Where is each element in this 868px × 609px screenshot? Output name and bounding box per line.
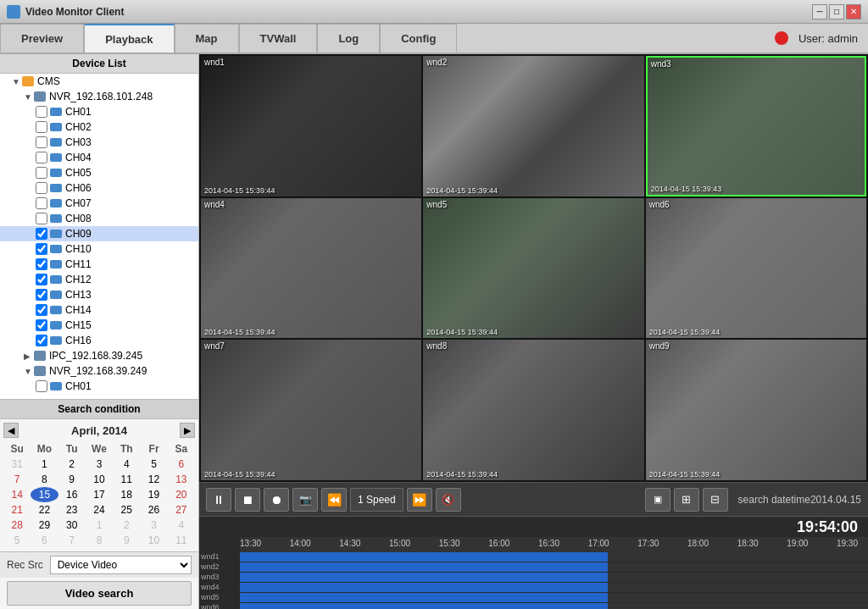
cal-day[interactable]: 1: [31, 457, 58, 472]
cal-day[interactable]: 11: [113, 472, 140, 487]
layout9-button[interactable]: ⊟: [703, 488, 728, 512]
audio-button[interactable]: 🔇: [436, 488, 461, 512]
snapshot-button[interactable]: 📷: [292, 488, 318, 512]
timeline-track-wnd3[interactable]: wnd3: [199, 573, 868, 582]
cal-day[interactable]: 5: [3, 533, 31, 548]
cal-day[interactable]: 10: [140, 533, 167, 548]
tree-item-ch09[interactable]: CH09: [0, 226, 198, 241]
video-cell-6[interactable]: wnd6 2014-04-15 15:39:44: [646, 198, 866, 339]
tree-item-ch03[interactable]: CH03: [0, 135, 198, 150]
nvr2-ch01-checkbox[interactable]: [36, 380, 47, 392]
timeline-track-wnd1[interactable]: wnd1: [199, 552, 868, 562]
layout1-button[interactable]: ▣: [645, 488, 670, 512]
cal-day[interactable]: 17: [86, 487, 113, 502]
tree-item-ch15[interactable]: CH15: [0, 318, 198, 333]
ch09-checkbox[interactable]: [36, 228, 47, 240]
video-cell-3[interactable]: wnd3 2014-04-15 15:39:43: [646, 56, 866, 197]
cal-day[interactable]: 7: [58, 533, 86, 548]
rewind-button[interactable]: ⏪: [321, 488, 347, 512]
tab-preview[interactable]: Preview: [0, 24, 84, 53]
cal-day[interactable]: 25: [113, 502, 140, 518]
calendar-prev-button[interactable]: ◀: [3, 423, 19, 438]
timeline-track-wnd5[interactable]: wnd5: [199, 593, 868, 602]
cal-day[interactable]: 21: [3, 502, 31, 518]
tree-item-ch05[interactable]: CH05: [0, 165, 198, 180]
cal-day[interactable]: 7: [3, 472, 31, 487]
video-cell-9[interactable]: wnd9 2014-04-15 15:39:44: [646, 340, 866, 480]
timeline-tracks[interactable]: wnd1wnd2wnd3wnd4wnd5wnd6wnd7wnd8: [199, 552, 868, 609]
tree-item-nvr2-ch01[interactable]: CH01: [0, 379, 198, 394]
cal-day[interactable]: 8: [86, 533, 113, 548]
timeline-track-wnd6[interactable]: wnd6: [199, 603, 868, 609]
tree-item-ch04[interactable]: CH04: [0, 150, 198, 165]
cal-day[interactable]: 14: [3, 487, 31, 502]
cal-day[interactable]: 9: [58, 472, 86, 487]
timeline-wrapper[interactable]: 13:3014:0014:3015:0015:3016:0016:3017:00…: [199, 537, 868, 609]
cal-day[interactable]: 3: [140, 518, 167, 533]
cal-day[interactable]: 12: [140, 472, 167, 487]
cal-day[interactable]: 11: [168, 533, 195, 548]
ch10-checkbox[interactable]: [36, 243, 47, 255]
ch11-checkbox[interactable]: [36, 258, 47, 270]
ch07-checkbox[interactable]: [36, 197, 47, 209]
cal-day[interactable]: 30: [58, 518, 86, 533]
video-cell-8[interactable]: wnd8 2014-04-15 15:39:44: [423, 340, 643, 480]
stop-button[interactable]: ⏹: [235, 488, 260, 512]
cal-day[interactable]: 9: [113, 533, 140, 548]
tree-item-ch07[interactable]: CH07: [0, 196, 198, 211]
rec-src-select[interactable]: Device Video Local Video: [50, 556, 192, 574]
cal-day[interactable]: 10: [86, 472, 113, 487]
cal-day[interactable]: 2: [58, 457, 86, 472]
cal-day[interactable]: 13: [168, 472, 195, 487]
tab-map[interactable]: Map: [175, 24, 239, 53]
video-cell-4[interactable]: wnd4 2014-04-15 15:39:44: [201, 198, 421, 339]
tab-tvwall[interactable]: TVWall: [239, 24, 318, 53]
fast-forward-button[interactable]: ⏩: [407, 488, 432, 512]
tree-item-ch10[interactable]: CH10: [0, 241, 198, 257]
tree-item-cms[interactable]: ▼ CMS: [0, 74, 198, 89]
ch06-checkbox[interactable]: [36, 182, 47, 194]
cal-day[interactable]: 1: [86, 518, 113, 533]
cal-day[interactable]: 6: [31, 533, 58, 548]
timeline-track-wnd2[interactable]: wnd2: [199, 562, 868, 572]
tree-item-ch12[interactable]: CH12: [0, 272, 198, 287]
video-cell-1[interactable]: wnd1 2014-04-15 15:39:44: [201, 56, 421, 197]
tree-item-ipc[interactable]: ▶ IPC_192.168.39.245: [0, 348, 198, 363]
tree-item-ch01[interactable]: CH01: [0, 104, 198, 119]
cal-day[interactable]: 15: [31, 487, 58, 502]
cal-day[interactable]: 27: [168, 502, 195, 518]
tree-item-ch11[interactable]: CH11: [0, 257, 198, 272]
cal-day[interactable]: 23: [58, 502, 86, 518]
cal-day[interactable]: 19: [140, 487, 167, 502]
device-tree[interactable]: ▼ CMS ▼ NVR_192.168.101.248 CH01 CH02: [0, 74, 198, 399]
video-search-button[interactable]: Video search: [7, 581, 192, 606]
cal-day[interactable]: 22: [31, 502, 58, 518]
cal-day[interactable]: 16: [58, 487, 86, 502]
ch16-checkbox[interactable]: [36, 335, 47, 346]
minimize-button[interactable]: ─: [812, 4, 827, 19]
tree-item-nvr2[interactable]: ▼ NVR_192.168.39.249: [0, 363, 198, 379]
cal-day[interactable]: 8: [31, 472, 58, 487]
ch08-checkbox[interactable]: [36, 213, 47, 224]
cal-day[interactable]: 2: [113, 518, 140, 533]
tree-item-ch02[interactable]: CH02: [0, 119, 198, 135]
tab-config[interactable]: Config: [380, 24, 457, 53]
cal-day[interactable]: 3: [86, 457, 113, 472]
layout4-button[interactable]: ⊞: [674, 488, 699, 512]
tree-item-ch16[interactable]: CH16: [0, 333, 198, 348]
timeline-track-wnd4[interactable]: wnd4: [199, 583, 868, 592]
cal-day[interactable]: 28: [3, 518, 31, 533]
tree-item-ch06[interactable]: CH06: [0, 180, 198, 196]
tree-item-ch13[interactable]: CH13: [0, 287, 198, 302]
ch01-checkbox[interactable]: [36, 106, 47, 118]
video-cell-7[interactable]: wnd7 2014-04-15 15:39:44: [201, 340, 421, 480]
ch14-checkbox[interactable]: [36, 304, 47, 316]
video-cell-2[interactable]: wnd2 2014-04-15 15:39:44: [423, 56, 643, 197]
cal-day[interactable]: 31: [3, 457, 31, 472]
cal-day[interactable]: 18: [113, 487, 140, 502]
tree-item-nvr1[interactable]: ▼ NVR_192.168.101.248: [0, 89, 198, 104]
cal-day[interactable]: 5: [140, 457, 167, 472]
tab-playback[interactable]: Playback: [84, 24, 174, 53]
video-cell-5[interactable]: wnd5 2014-04-15 15:39:44: [423, 198, 643, 339]
cal-day[interactable]: 29: [31, 518, 58, 533]
